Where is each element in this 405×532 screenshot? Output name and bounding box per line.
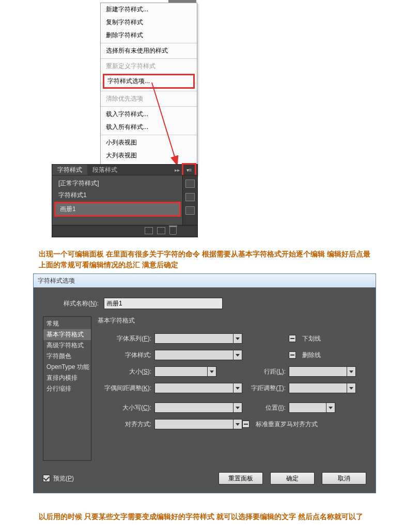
panel-flyout-menu: 新建字符样式... 复制字符样式 删除字符样式 选择所有未使用的样式 重新定义字… (100, 3, 197, 175)
case-label: 大小写(C): (98, 404, 154, 412)
form-pane: 基本字符格式 字体系列(F): 下划线 字体样式: (98, 316, 366, 461)
cat-general[interactable]: 常规 (43, 318, 91, 329)
menu-item-style-options-highlight[interactable]: 字符样式选项... (103, 74, 195, 89)
menu-separator (101, 106, 197, 107)
case-combo[interactable] (154, 402, 242, 413)
ok-button[interactable]: 确定 (270, 472, 315, 485)
menu-item-clear-overrides: 清除优先选项 (101, 92, 197, 105)
preview-checkbox[interactable] (43, 475, 50, 482)
chevron-down-icon (329, 407, 333, 409)
chevron-down-icon (349, 387, 353, 390)
roman-std-label: 标准垂直罗马对齐方式 (256, 420, 318, 429)
cat-char-color[interactable]: 字符颜色 (43, 351, 91, 362)
font-family-label: 字体系列(F): (98, 334, 154, 343)
menu-item-small-list-view[interactable]: 小列表视图 (101, 136, 197, 149)
menu-item-redefine-style: 重新定义字符样式 (101, 60, 197, 73)
tab-char-styles[interactable]: 字符样式 (52, 165, 87, 175)
tracking-label: 字距调整(T): (242, 384, 289, 393)
chevron-down-icon (236, 407, 240, 409)
cat-basic-char-format[interactable]: 基本字符格式 (43, 329, 91, 340)
menu-separator (101, 58, 197, 59)
dialog-title: 字符样式选项 (38, 277, 75, 285)
menu-separator (101, 43, 197, 43)
panel-expand-icon[interactable]: ▸▸ (175, 167, 180, 173)
char-styles-panel: 字符样式 段落样式 ▸▸ ▾≡ [正常字符样式] 字符样式1 画册1 (52, 164, 198, 237)
font-style-label: 字体样式: (98, 351, 154, 360)
menu-item-select-unused[interactable]: 选择所有未使用的样式 (101, 44, 197, 57)
cancel-button[interactable]: 取消 (322, 472, 366, 485)
cat-advanced-char-format[interactable]: 高级字符格式 (43, 340, 91, 351)
menu-item-style-options-label: 字符样式选项... (107, 77, 150, 85)
kerning-label: 字偶间距调整(K): (98, 384, 154, 393)
size-combo[interactable] (154, 366, 216, 377)
chevron-down-icon (236, 423, 240, 426)
leading-combo[interactable] (289, 366, 356, 377)
menu-item-new-char-style[interactable]: 新建字符样式... (101, 3, 197, 16)
style-row-selected-highlight[interactable]: 画册1 (54, 202, 181, 217)
new-style-icon[interactable] (157, 227, 165, 234)
clear-override-icon[interactable] (145, 227, 153, 234)
preview-checkbox-wrap[interactable]: 预览(P) (43, 474, 74, 483)
cat-tatechuyoko[interactable]: 直排内横排 (43, 373, 91, 383)
size-label: 大小(S): (98, 367, 154, 376)
cat-opentype[interactable]: OpenType 功能 (43, 362, 91, 373)
font-style-combo[interactable] (154, 350, 242, 360)
position-combo[interactable] (289, 402, 335, 413)
instruction-text-2: 以后用的时候 只要某些文字需要变成编辑好的字符样式 就可以选择要编辑的文字 然后… (39, 511, 380, 522)
menu-item-duplicate-style[interactable]: 复制字符样式 (101, 16, 197, 29)
panel-body: [正常字符样式] 字符样式1 画册1 (52, 175, 197, 225)
style-row-normal[interactable]: [正常字符样式] (54, 178, 181, 189)
dock-icon[interactable] (185, 180, 195, 188)
leading-label: 行距(L): (242, 367, 289, 376)
menu-item-large-list-view[interactable]: 大列表视图 (101, 149, 197, 162)
strikethrough-label: 删除线 (302, 351, 321, 360)
preview-label: 预览(P) (53, 474, 74, 483)
tracking-combo[interactable] (289, 383, 356, 393)
dialog-titlebar: 字符样式选项 (34, 274, 376, 287)
style-row-style1[interactable]: 字符样式1 (54, 189, 181, 201)
chevron-down-icon (236, 387, 240, 390)
menu-item-delete-style[interactable]: 删除字符样式 (101, 29, 197, 42)
category-list[interactable]: 常规 基本字符格式 高级字符格式 字符颜色 OpenType 功能 直排内横排 … (43, 316, 91, 461)
panel-tabs: 字符样式 段落样式 ▸▸ ▾≡ (52, 165, 197, 175)
align-combo[interactable] (154, 419, 242, 429)
trash-icon[interactable] (169, 227, 177, 235)
tab-para-styles[interactable]: 段落样式 (87, 165, 122, 175)
font-family-combo[interactable] (154, 333, 242, 344)
reset-panel-button[interactable]: 重置面板 (219, 472, 263, 485)
position-label: 位置(I): (242, 404, 289, 412)
dialog-footer: 预览(P) 重置面板 确定 取消 (43, 472, 366, 485)
dock-icon[interactable] (185, 206, 195, 215)
roman-std-tristate[interactable] (242, 421, 250, 428)
menu-separator (101, 135, 197, 135)
style-name-input[interactable] (104, 298, 223, 309)
section-title: 基本字符格式 (98, 316, 366, 325)
underline-tristate[interactable] (289, 335, 296, 342)
chevron-down-icon (236, 354, 240, 357)
chevron-down-icon (349, 370, 353, 373)
menu-item-load-char-styles[interactable]: 载入字符样式... (101, 108, 197, 121)
style-name-label: 样式名称(N): (64, 299, 99, 308)
kerning-combo[interactable] (154, 383, 242, 393)
panel-footer (52, 225, 197, 236)
chevron-down-icon (210, 370, 214, 373)
char-style-options-dialog: 字符样式选项 样式名称(N): 常规 基本字符格式 高级字符格式 字符颜色 Op… (33, 273, 376, 493)
dialog-body: 样式名称(N): 常规 基本字符格式 高级字符格式 字符颜色 OpenType … (34, 287, 376, 493)
flyout-menu-icon: ▾≡ (186, 167, 192, 173)
cat-warichu[interactable]: 分行缩排 (43, 383, 91, 394)
panel-dock (182, 175, 197, 225)
style-name-row: 样式名称(N): (64, 298, 366, 309)
chevron-down-icon (236, 337, 240, 340)
dock-icon[interactable] (185, 193, 195, 201)
underline-label: 下划线 (302, 334, 321, 343)
align-label: 对齐方式: (98, 420, 154, 429)
style-list: [正常字符样式] 字符样式1 画册1 (54, 178, 181, 217)
menu-separator (101, 91, 197, 91)
strikethrough-tristate[interactable] (289, 351, 296, 359)
instruction-text-1: 出现一个可编辑面板 在里面有很多关于字符的命令 根据需要从基本字符格式开始逐个编… (39, 249, 375, 270)
menu-item-load-all-styles[interactable]: 载入所有样式... (101, 121, 197, 134)
